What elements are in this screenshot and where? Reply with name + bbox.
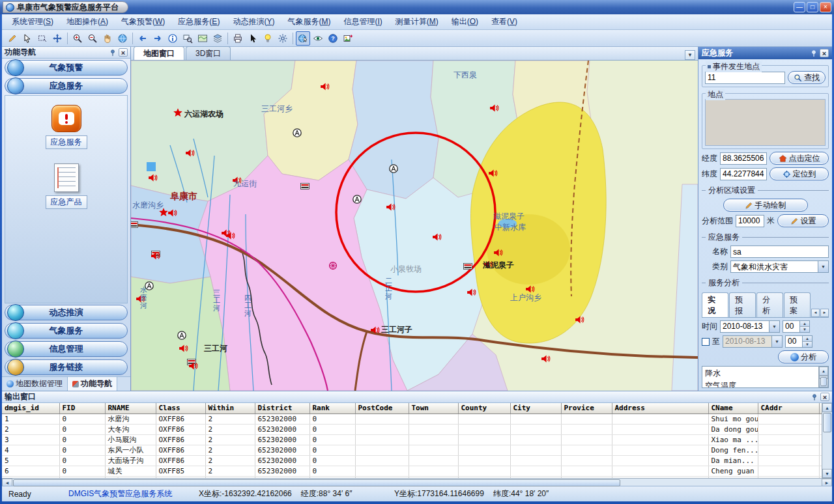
query-lamp-button[interactable] (261, 31, 275, 46)
column-header-City[interactable]: City (510, 403, 561, 413)
pin-icon[interactable] (811, 393, 818, 401)
search-button[interactable]: 查找 (788, 71, 826, 84)
range-set-button[interactable]: 设置 (777, 214, 829, 227)
emergency-product-item[interactable]: 应急产品 (46, 163, 87, 209)
scroll-track[interactable] (822, 412, 832, 469)
nav-group-dynamic-deduction[interactable]: 动态推演 (5, 305, 128, 320)
tab-analysis[interactable]: 分析 (756, 292, 783, 317)
column-header-Address[interactable]: Address (612, 403, 708, 413)
end-time-checkbox[interactable] (702, 338, 710, 346)
tabs-scroll-right-button[interactable]: ► (820, 309, 829, 317)
click-locate-button[interactable]: 点击定位 (769, 152, 829, 165)
layers-button[interactable] (210, 31, 225, 46)
output-horizontal-scrollbar[interactable]: ◄ ► (2, 478, 832, 487)
list-item-air-temperature[interactable]: 空气温度 (704, 380, 817, 388)
menu-item-10[interactable]: 查看(V) (485, 14, 523, 29)
scroll-thumb[interactable] (820, 377, 827, 386)
menu-item-6[interactable]: 气象服务(M) (281, 14, 336, 29)
column-header-FID[interactable]: FID (59, 403, 105, 413)
place-list[interactable] (705, 99, 826, 146)
map-tab-list-button[interactable]: ▼ (685, 50, 695, 60)
globe-locate-button[interactable] (296, 31, 310, 46)
zoom-back-button[interactable] (136, 31, 150, 46)
locate-to-button[interactable]: 定位到 (769, 167, 829, 180)
scroll-down-icon[interactable]: ▼ (822, 469, 832, 478)
manual-draw-button[interactable]: 手动绘制 (723, 199, 808, 212)
menu-item-9[interactable]: 输出(O) (446, 14, 484, 29)
identify-button[interactable] (165, 31, 180, 46)
pin-icon[interactable] (810, 49, 818, 57)
tab-map-window[interactable]: 地图窗口 (134, 46, 184, 60)
restore-button[interactable]: □ (807, 2, 818, 12)
spinner-up-icon[interactable]: ▲ (803, 336, 812, 341)
list-scrollbar[interactable]: ▲ ▼ (818, 367, 828, 387)
column-header-dmgis_id[interactable]: dmgis_id (2, 403, 59, 413)
spinner-down-icon[interactable]: ▼ (803, 341, 812, 347)
end-date-combo[interactable]: 2010-08-13 ▼ (723, 335, 783, 348)
pointer-button[interactable] (246, 31, 260, 46)
export-image-button[interactable] (341, 31, 355, 46)
output-close-button[interactable]: × (820, 393, 829, 401)
help-button[interactable]: ? (326, 31, 340, 46)
menu-item-7[interactable]: 信息管理(I) (338, 14, 388, 29)
scroll-up-icon[interactable]: ▲ (819, 367, 828, 376)
service-type-combo[interactable]: 气象和洪水灾害 ▼ (730, 260, 829, 273)
edit-pencil-button[interactable] (5, 31, 20, 46)
close-button[interactable]: × (820, 2, 831, 12)
map-canvas[interactable]: 下西泉六运湖农场三工河乡九运街阜康市水磨沟乡滋泥泉子中新水库滋泥泉子小泉牧场上户… (131, 61, 698, 391)
column-header-County[interactable]: County (458, 403, 510, 413)
column-header-Provice[interactable]: Provice (561, 403, 612, 413)
nav-group-information-management[interactable]: 信息管理 (5, 341, 128, 357)
list-item-precipitation[interactable]: 降水 (704, 367, 817, 380)
tabs-scroll-left-button[interactable]: ◄ (811, 309, 820, 317)
spinner-down-icon[interactable]: ▼ (800, 326, 809, 332)
table-row[interactable]: 10水磨沟OXFF8626523020000Shui mo gou (2, 413, 822, 424)
column-header-Town[interactable]: Town (409, 403, 458, 413)
settings-gear-button[interactable] (276, 31, 290, 46)
pan-hand-button[interactable] (100, 31, 115, 46)
start-date-combo[interactable]: 2010-08-13 ▼ (720, 320, 780, 333)
nav-group-emergency-service[interactable]: 应急服务 (5, 78, 128, 94)
minimize-button[interactable]: — (794, 2, 805, 12)
pin-icon[interactable] (109, 49, 117, 57)
tab-function-navigation[interactable]: 功能导航 (68, 377, 117, 391)
map-viewport[interactable]: 下西泉六运湖农场三工河乡九运街阜康市水磨沟乡滋泥泉子中新水库滋泥泉子小泉牧场上户… (131, 61, 698, 391)
column-header-Rank[interactable]: Rank (309, 403, 355, 413)
dropdown-icon[interactable]: ▼ (769, 321, 779, 332)
spinner-up-icon[interactable]: ▲ (800, 321, 809, 326)
overview-map-button[interactable] (195, 31, 210, 46)
print-button[interactable] (231, 31, 245, 46)
scroll-track[interactable] (12, 479, 822, 487)
visibility-eye-button[interactable] (311, 31, 325, 46)
select-box-button[interactable] (35, 31, 50, 46)
event-location-input[interactable] (705, 72, 785, 84)
range-input[interactable] (736, 215, 764, 227)
scroll-up-icon[interactable]: ▲ (822, 403, 832, 412)
menu-item-3[interactable]: 气象预警(W) (115, 14, 171, 29)
service-name-input[interactable] (730, 245, 829, 258)
scroll-thumb[interactable] (823, 413, 831, 432)
full-extent-button[interactable] (115, 31, 130, 46)
column-header-CName[interactable]: CName (708, 403, 758, 413)
nav-group-service-links[interactable]: 服务链接 (5, 359, 128, 375)
column-header-RNAME[interactable]: RNAME (105, 403, 156, 413)
scroll-thumb[interactable] (13, 479, 620, 486)
tab-3d-window[interactable]: 3D窗口 (186, 46, 231, 60)
left-panel-close-button[interactable]: × (119, 48, 128, 57)
tab-live[interactable]: 实况 (702, 292, 728, 317)
analyze-button[interactable]: 分析 (778, 350, 829, 363)
latitude-input[interactable] (720, 168, 767, 180)
move-button[interactable] (50, 31, 65, 46)
start-hour-spinner[interactable]: 00 ▲▼ (783, 320, 810, 333)
table-row[interactable]: 20大冬沟OXFF8626523020000Da dong gou (2, 424, 822, 434)
longitude-input[interactable] (720, 152, 767, 165)
tab-plan[interactable]: 预案 (784, 292, 811, 317)
menu-item-4[interactable]: 应急服务(E) (172, 14, 225, 29)
menu-item-1[interactable]: 系统管理(S) (6, 14, 59, 29)
column-header-PostCode[interactable]: PostCode (355, 403, 409, 413)
output-vertical-scrollbar[interactable]: ▲ ▼ (822, 403, 832, 478)
zoom-out-button[interactable] (85, 31, 100, 46)
result-table-viewport[interactable]: dmgis_idFIDRNAMEClassWithinDistrictRankP… (2, 403, 822, 478)
table-row[interactable]: 40东风一小队OXFF8626523020000Dong fen... (2, 445, 822, 455)
column-header-Class[interactable]: Class (156, 403, 205, 413)
